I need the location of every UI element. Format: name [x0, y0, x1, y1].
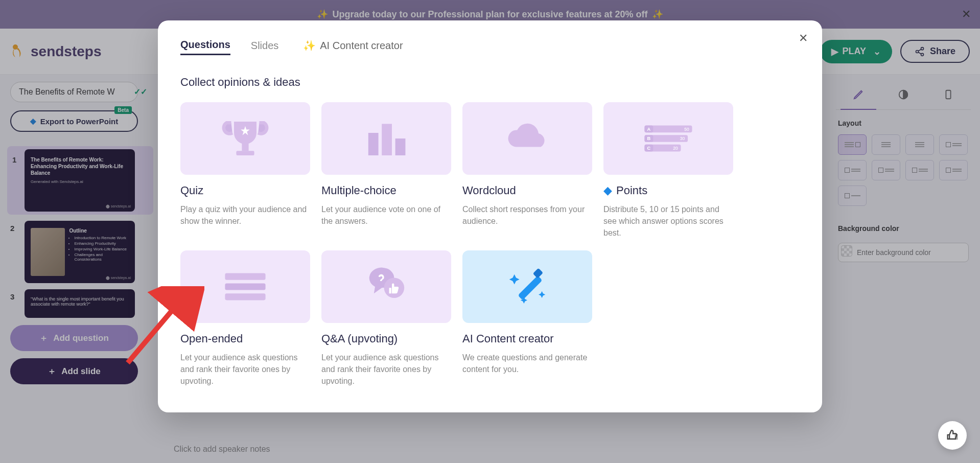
card-quiz[interactable]: Quiz Play a quiz with your audience and …: [180, 102, 310, 239]
svg-rect-9: [236, 151, 254, 155]
tab-slides[interactable]: Slides: [251, 37, 278, 55]
svg-rect-30: [518, 275, 542, 300]
card-open-ended[interactable]: Open-ended Let your audience ask questio…: [180, 250, 310, 387]
svg-text:C: C: [647, 146, 651, 151]
tab-questions[interactable]: Questions: [180, 36, 230, 55]
magic-wand-icon: [499, 264, 555, 310]
question-type-cards: Quiz Play a quiz with your audience and …: [180, 102, 800, 387]
thumbs-icon: [945, 428, 960, 443]
trophy-icon: [217, 115, 273, 161]
svg-text:20: 20: [673, 146, 678, 151]
modal-close-button[interactable]: ✕: [799, 32, 808, 45]
modal-tabs: Questions Slides ✨ AI Content creator: [180, 36, 800, 55]
add-question-modal: ✕ Questions Slides ✨ AI Content creator …: [158, 20, 822, 412]
bar-chart-icon: [358, 115, 414, 161]
svg-rect-8: [242, 143, 248, 151]
svg-rect-12: [382, 124, 392, 155]
svg-rect-27: [225, 283, 265, 290]
diamond-icon: ◆: [603, 184, 612, 197]
wand-icon: ✨: [303, 39, 316, 52]
points-bars-icon: A50 B30 C20: [640, 115, 696, 161]
card-wordcloud[interactable]: Wordcloud Collect short responses from y…: [462, 102, 592, 239]
chat-like-icon: [358, 264, 414, 310]
svg-text:50: 50: [684, 127, 689, 132]
card-points[interactable]: A50 B30 C20 ◆Points Distribute 5, 10 or …: [603, 102, 733, 239]
svg-rect-28: [225, 293, 265, 300]
feedback-button[interactable]: [938, 421, 967, 450]
cloud-icon: [499, 115, 555, 161]
card-qa-upvoting[interactable]: Q&A (upvoting) Let your audience ask que…: [321, 250, 451, 387]
svg-rect-31: [533, 268, 543, 278]
card-ai-content-creator[interactable]: AI Content creator We create questions a…: [462, 250, 592, 387]
svg-rect-11: [368, 133, 379, 155]
svg-text:B: B: [647, 136, 651, 141]
svg-rect-26: [225, 273, 265, 280]
svg-text:30: 30: [680, 136, 685, 141]
list-icon: [217, 264, 273, 310]
tab-ai-content-creator[interactable]: ✨ AI Content creator: [303, 36, 403, 55]
modal-section-title: Collect opinions & ideas: [180, 76, 800, 89]
svg-text:A: A: [647, 127, 651, 132]
svg-rect-13: [395, 138, 406, 155]
card-multiple-choice[interactable]: Multiple-choice Let your audience vote o…: [321, 102, 451, 239]
